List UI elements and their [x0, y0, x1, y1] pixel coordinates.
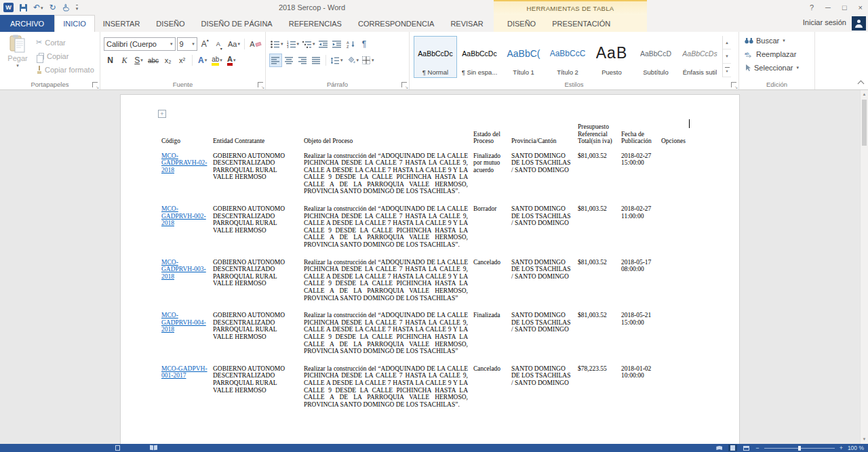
cell-presupuesto[interactable]: $81,003.52: [578, 148, 621, 201]
cell-provincia[interactable]: SANTO DOMINGO DE LOS TSACHILAS / SANTO D…: [511, 361, 578, 414]
cell-entidad[interactable]: GOBIERNO AUTONOMO DESCENTRALIZADO PARROQ…: [213, 148, 304, 201]
zoom-in-button[interactable]: +: [840, 445, 843, 451]
tab-revisar[interactable]: REVISAR: [442, 15, 491, 32]
process-code-link[interactable]: MCO-GADPRVH-002-2018: [161, 205, 206, 226]
highlight-button[interactable]: ab▾: [210, 54, 224, 67]
paragraph-dialog-launcher[interactable]: [401, 82, 407, 87]
cell-entidad[interactable]: GOBIERNO AUTONOMO DESCENTRALIZADO PARROQ…: [213, 201, 304, 254]
web-layout-button[interactable]: [742, 445, 751, 451]
undo-dropdown-icon[interactable]: ▾: [41, 5, 43, 10]
italic-button[interactable]: K: [118, 54, 131, 67]
styles-scroll-down-button[interactable]: ▼: [723, 49, 731, 63]
paste-button[interactable]: Pegar ▾: [3, 35, 32, 79]
print-layout-button[interactable]: [728, 445, 737, 451]
find-dropdown-icon[interactable]: ▾: [783, 38, 785, 43]
tab-correspondencia[interactable]: CORRESPONDENCIA: [350, 15, 442, 32]
scroll-down-button[interactable]: ▼: [861, 435, 868, 444]
multilevel-list-button[interactable]: ▾: [301, 37, 317, 51]
scroll-up-button[interactable]: ▲: [861, 90, 868, 99]
align-right-button[interactable]: [296, 54, 309, 67]
page-number-icon[interactable]: [115, 445, 120, 451]
cell-presupuesto[interactable]: $81,003.52: [578, 201, 621, 254]
align-left-button[interactable]: [269, 54, 282, 67]
tab-diseno-tabla[interactable]: DISEÑO: [499, 15, 544, 32]
qat-customize-button[interactable]: ▾: [76, 5, 79, 11]
justify-button[interactable]: [310, 54, 323, 67]
col-header-objeto[interactable]: Objeto del Proceso: [304, 122, 473, 148]
cell-opciones[interactable]: [661, 254, 692, 308]
cell-fecha[interactable]: 2018-05-21 15:00:00: [621, 307, 661, 361]
help-button[interactable]: ?: [810, 3, 814, 12]
read-mode-button[interactable]: [715, 445, 724, 451]
undo-button[interactable]: ↶▾: [33, 3, 43, 12]
shrink-font-button[interactable]: A▾: [213, 37, 226, 51]
clear-formatting-button[interactable]: A: [248, 37, 262, 51]
tab-referencias[interactable]: REFERENCIAS: [281, 15, 350, 32]
find-button[interactable]: Buscar ▾: [745, 35, 812, 47]
collapse-ribbon-button[interactable]: [858, 81, 865, 87]
cell-estado[interactable]: Finalizado por mutuo acuerdo: [473, 148, 511, 201]
process-code-link[interactable]: MCO-GADPRAVH-02-2018: [161, 152, 207, 173]
tab-diseno[interactable]: DISEÑO: [148, 15, 193, 32]
cell-fecha[interactable]: 2018-02-27 15:00:00: [621, 148, 661, 201]
cell-codigo[interactable]: MCO-GADPRVH-003-2018: [161, 254, 213, 308]
minimize-button[interactable]: ─: [825, 3, 831, 12]
clipboard-dialog-launcher[interactable]: [92, 82, 98, 87]
numbered-list-button[interactable]: 123▾: [285, 37, 301, 51]
shading-button[interactable]: ▾: [345, 54, 361, 67]
show-marks-button[interactable]: ¶: [358, 37, 371, 51]
cell-provincia[interactable]: SANTO DOMINGO DE LOS TSACHILAS / SANTO D…: [511, 254, 578, 308]
cell-opciones[interactable]: [661, 148, 692, 201]
cell-estado[interactable]: Cancelado: [473, 361, 511, 414]
style-puesto[interactable]: AaBPuesto: [590, 36, 633, 78]
select-dropdown-icon[interactable]: ▾: [796, 65, 799, 70]
cell-provincia[interactable]: SANTO DOMINGO DE LOS TSACHILAS / SANTO D…: [511, 307, 578, 361]
cell-objeto[interactable]: Realizar la construcción del “ADOQUINADO…: [304, 148, 473, 201]
cell-estado[interactable]: Cancelado: [473, 254, 511, 308]
zoom-level[interactable]: 100 %: [848, 445, 864, 451]
tab-insertar[interactable]: INSERTAR: [95, 15, 149, 32]
col-header-fecha[interactable]: Fecha de Publicación: [621, 122, 661, 148]
text-effects-button[interactable]: A▾: [196, 54, 209, 67]
cell-objeto[interactable]: Realizar la construcción del “ADOQUINADO…: [304, 201, 473, 254]
cell-codigo[interactable]: MCO-GADPRAVH-02-2018: [161, 148, 213, 201]
tab-archivo[interactable]: ARCHIVO: [0, 15, 54, 32]
underline-dropdown-icon[interactable]: ▾: [140, 58, 143, 63]
vertical-scrollbar[interactable]: ▲ ▼: [860, 90, 868, 444]
bold-button[interactable]: N: [104, 54, 117, 67]
borders-dropdown-icon[interactable]: ▾: [372, 58, 374, 63]
cell-opciones[interactable]: [661, 307, 692, 361]
format-painter-button[interactable]: Copiar formato: [36, 64, 94, 75]
strikethrough-button[interactable]: abc: [146, 54, 160, 67]
borders-button[interactable]: ▾: [361, 54, 376, 67]
subscript-button[interactable]: x₂: [161, 54, 174, 67]
col-header-presupuesto[interactable]: Presupuesto Referencial Total(sin iva): [578, 122, 621, 148]
superscript-button[interactable]: x²: [176, 54, 189, 67]
shading-dropdown-icon[interactable]: ▾: [357, 58, 359, 63]
cell-provincia[interactable]: SANTO DOMINGO DE LOS TSACHILAS / SANTO D…: [511, 148, 578, 201]
cell-codigo[interactable]: MCO-GADPRVH-002-2018: [161, 201, 213, 254]
cell-codigo[interactable]: MCO-GADPRVH-004-2018: [161, 307, 213, 361]
cell-opciones[interactable]: [661, 361, 692, 414]
style-titulo-2[interactable]: AaBbCcCTítulo 2: [546, 36, 589, 78]
cell-objeto[interactable]: Realizar la construcción del “ADOQUINADO…: [304, 307, 473, 361]
bullet-list-dropdown-icon[interactable]: ▾: [281, 41, 283, 47]
zoom-slider-thumb[interactable]: [798, 446, 801, 451]
grow-font-button[interactable]: A▴: [199, 37, 212, 51]
font-dialog-launcher[interactable]: [258, 82, 263, 87]
process-code-link[interactable]: MCO-GADPRVH-004-2018: [161, 312, 206, 333]
scrollbar-thumb[interactable]: [862, 100, 867, 146]
styles-scroll-up-button[interactable]: ▲: [723, 36, 731, 49]
cell-fecha[interactable]: 2018-01-02 10:00:00: [621, 361, 661, 414]
styles-more-button[interactable]: ▾: [723, 64, 731, 77]
zoom-slider[interactable]: [764, 448, 835, 449]
cell-presupuesto[interactable]: $78,223.55: [578, 361, 621, 414]
tab-diseno-de-pagina[interactable]: DISEÑO DE PÁGINA: [193, 15, 281, 32]
col-header-provincia[interactable]: Provincia/Cantón: [511, 122, 578, 148]
cell-entidad[interactable]: GOBIERNO AUTONOMO DESCENTRALIZADO PARROQ…: [213, 307, 304, 361]
close-button[interactable]: ×: [859, 3, 863, 12]
col-header-codigo[interactable]: Código: [161, 122, 213, 148]
decrease-indent-button[interactable]: [317, 37, 330, 51]
font-family-select[interactable]: Calibri (Cuerpo▾: [104, 37, 176, 51]
line-spacing-dropdown-icon[interactable]: ▾: [340, 58, 343, 63]
